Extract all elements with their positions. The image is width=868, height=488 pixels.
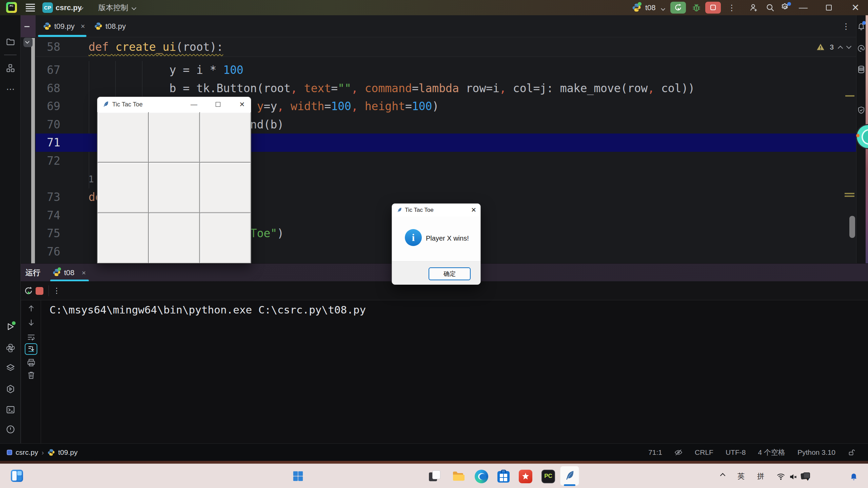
ime-indicator-pinyin[interactable]: 拼 xyxy=(757,464,764,488)
python-packages-icon[interactable] xyxy=(6,343,15,353)
more-actions-button[interactable]: ⋮ xyxy=(728,0,736,15)
breadcrumb-project[interactable]: csrc.py xyxy=(16,448,38,456)
ms-store-icon[interactable] xyxy=(497,470,510,483)
code-line[interactable]: 68 b = tk.Button(root, text="", command=… xyxy=(36,79,856,98)
services-icon[interactable] xyxy=(6,363,15,372)
next-problem-icon[interactable] xyxy=(846,43,852,49)
highlighting-level-icon[interactable] xyxy=(674,448,683,456)
print-icon[interactable] xyxy=(27,358,36,367)
tray-expand-chevron[interactable] xyxy=(721,473,725,479)
problems-icon[interactable] xyxy=(6,425,15,434)
window-maximize-button[interactable] xyxy=(826,5,832,11)
tab-close-icon[interactable]: × xyxy=(81,15,85,37)
task-view-icon[interactable] xyxy=(429,470,441,483)
file-explorer-icon[interactable] xyxy=(452,470,465,482)
expand-chevron-button[interactable] xyxy=(23,38,33,47)
run-tool-icon[interactable] xyxy=(6,322,15,331)
caret-position[interactable]: 71:1 xyxy=(648,448,662,456)
run-tab-close-icon[interactable]: × xyxy=(82,264,86,282)
breadcrumb-file[interactable]: t09.py xyxy=(58,448,78,456)
window-minimize-button[interactable]: — xyxy=(795,0,811,15)
grid-cell[interactable] xyxy=(200,213,251,263)
grid-cell[interactable] xyxy=(98,163,148,212)
grid-cell[interactable] xyxy=(149,163,199,212)
file-encoding[interactable]: UTF-8 xyxy=(726,448,746,456)
project-selector[interactable]: csrc.py xyxy=(56,0,82,15)
sticky-line[interactable]: 58 def create_ui(root): 3 xyxy=(36,37,856,57)
structure-icon[interactable] xyxy=(6,63,15,73)
prev-problem-icon[interactable] xyxy=(838,45,843,51)
code-with-me-icon[interactable] xyxy=(749,3,758,13)
indent-setting[interactable]: 4 个空格 xyxy=(758,448,785,457)
unlocked-icon[interactable] xyxy=(848,449,855,456)
grid-cell[interactable] xyxy=(149,213,199,263)
pycharm-taskbar-icon[interactable]: PC xyxy=(541,470,555,483)
grid-cell[interactable] xyxy=(149,112,199,162)
project-panel-splitter[interactable] xyxy=(21,15,36,263)
code-line[interactable]: 67 y = i * 100 xyxy=(36,61,856,79)
python-console-icon[interactable] xyxy=(6,384,15,394)
run-panel-title[interactable]: 运行 xyxy=(25,264,40,282)
wallpaper-band xyxy=(0,461,868,464)
grid-cell[interactable] xyxy=(200,112,251,162)
database-icon[interactable] xyxy=(857,65,865,74)
rerun-button[interactable] xyxy=(670,2,686,14)
run-tab[interactable]: t08 xyxy=(64,264,75,282)
ime-indicator-en[interactable]: 英 xyxy=(737,464,745,488)
main-menu-button[interactable] xyxy=(26,4,35,12)
dialog-close-button[interactable]: ✕ xyxy=(471,204,476,217)
scroll-up-icon[interactable] xyxy=(27,304,36,313)
stop-icon[interactable] xyxy=(36,287,43,295)
terminal-icon[interactable] xyxy=(6,405,15,414)
stop-button[interactable] xyxy=(705,2,721,14)
vcs-menu[interactable]: 版本控制 xyxy=(98,0,128,15)
hide-panel-icon[interactable] xyxy=(24,26,29,27)
line-separator[interactable]: CRLF xyxy=(695,448,713,456)
dialog-titlebar[interactable]: Tic Tac Toe ✕ xyxy=(392,204,480,217)
window-close-button[interactable]: ✕ xyxy=(848,0,863,15)
widgets-icon[interactable] xyxy=(11,470,23,482)
inspection-widget[interactable]: 3 xyxy=(816,41,851,54)
ai-assistant-icon[interactable] xyxy=(857,44,865,53)
grid-cell[interactable] xyxy=(200,163,251,212)
scroll-to-end-button[interactable] xyxy=(25,343,37,355)
more-tool-windows-icon[interactable]: ⋯ xyxy=(6,84,15,94)
splitter-bar[interactable] xyxy=(31,38,35,263)
search-everywhere-icon[interactable] xyxy=(766,3,775,12)
ok-button[interactable]: 确定 xyxy=(429,267,471,280)
project-badge[interactable]: CP xyxy=(42,2,53,13)
edge-browser-icon[interactable] xyxy=(475,470,488,483)
debug-button[interactable] xyxy=(692,3,701,12)
xuexitong-icon[interactable] xyxy=(519,470,532,483)
tk-maximize-button[interactable] xyxy=(214,97,222,112)
editor-scrollbar-thumb[interactable] xyxy=(849,216,855,238)
tictactoe-window[interactable]: Tic Tac Toe — ✕ xyxy=(97,97,251,263)
tab-options-icon[interactable]: ⋮ xyxy=(842,15,850,37)
tab-t09[interactable]: t09.py xyxy=(54,15,75,37)
tab-t08[interactable]: t08.py xyxy=(105,15,126,37)
grid-cell[interactable] xyxy=(98,213,148,263)
start-button[interactable] xyxy=(292,470,304,482)
scroll-down-icon[interactable] xyxy=(27,318,36,327)
soft-wrap-icon[interactable] xyxy=(27,333,36,342)
message-dialog[interactable]: Tic Tac Toe ✕ i Player X wins! 确定 xyxy=(392,203,481,285)
clear-trash-icon[interactable] xyxy=(27,371,36,380)
python-app-button[interactable] xyxy=(560,466,579,486)
grid-cell[interactable] xyxy=(98,112,148,162)
speaker-muted-icon[interactable] xyxy=(789,472,797,481)
console-options-icon[interactable]: ⋮ xyxy=(53,281,60,300)
tk-close-button[interactable]: ✕ xyxy=(238,97,246,112)
rerun-icon[interactable] xyxy=(23,286,34,296)
python-interpreter[interactable]: Python 3.10 xyxy=(797,448,835,456)
tk-window-titlebar[interactable]: Tic Tac Toe — ✕ xyxy=(97,97,251,112)
console[interactable]: C:\msys64\mingw64\bin\python.exe C:\csrc… xyxy=(21,300,868,443)
tk-minimize-button[interactable]: — xyxy=(190,97,198,112)
notifications-bell-icon[interactable] xyxy=(857,22,865,30)
shield-icon[interactable] xyxy=(857,106,865,114)
wifi-icon[interactable] xyxy=(776,472,785,481)
project-folder-icon[interactable] xyxy=(6,37,15,47)
photos-tray-icon[interactable]: ♥ xyxy=(801,472,811,481)
settings-gear-icon[interactable] xyxy=(781,3,790,12)
notification-bell-icon[interactable] xyxy=(849,472,858,481)
run-config-selector[interactable]: t08 xyxy=(645,0,656,15)
